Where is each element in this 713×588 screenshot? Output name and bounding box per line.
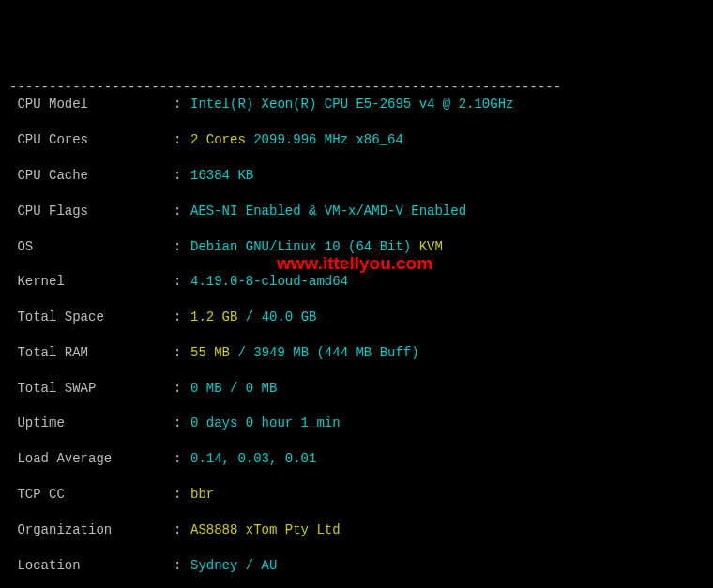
kernel-row: Kernel: 4.19.0-8-cloud-amd64: [9, 273, 704, 291]
colon: :: [174, 344, 190, 362]
load-label: Load Average: [9, 450, 174, 468]
colon: :: [174, 450, 190, 468]
total-ram-row: Total RAM: 55 MB / 3949 MB (444 MB Buff): [9, 344, 704, 362]
total-ram-label: Total RAM: [9, 344, 174, 362]
colon: :: [174, 486, 190, 504]
total-space-label: Total Space: [9, 309, 174, 326]
total-space-sep: /: [237, 309, 261, 324]
os-label: OS: [9, 238, 174, 256]
cpu-cores-row: CPU Cores: 2 Cores 2099.996 MHz x86_64: [9, 131, 704, 149]
tcp-cc-row: TCP CC: bbr: [9, 486, 704, 504]
colon: :: [174, 521, 190, 539]
total-space-used: 1.2 GB: [190, 309, 237, 324]
cpu-cache-value: 16384 KB: [190, 168, 253, 183]
tcp-cc-label: TCP CC: [9, 486, 174, 504]
cpu-cores-label: CPU Cores: [9, 131, 174, 149]
cpu-flags-value: AES-NI Enabled & VM-x/AMD-V Enabled: [190, 204, 466, 219]
colon: :: [174, 273, 190, 291]
colon: :: [174, 557, 190, 575]
cpu-model-value: Intel(R) Xeon(R) CPU E5-2695 v4 @ 2.10GH…: [190, 97, 513, 112]
total-swap-label: Total SWAP: [9, 380, 174, 398]
colon: :: [174, 131, 190, 149]
total-swap-value: 0 MB / 0 MB: [190, 381, 277, 396]
location-row: Location: Sydney / AU: [9, 557, 704, 575]
location-label: Location: [9, 557, 174, 575]
uptime-row: Uptime: 0 days 0 hour 1 min: [9, 415, 704, 432]
cpu-flags-label: CPU Flags: [9, 203, 174, 220]
kernel-value: 4.19.0-8-cloud-amd64: [190, 274, 348, 289]
cpu-model-label: CPU Model: [9, 96, 174, 113]
location-value: Sydney / AU: [190, 558, 277, 573]
total-space-total: 40.0 GB: [262, 309, 317, 324]
cpu-model-row: CPU Model: Intel(R) Xeon(R) CPU E5-2695 …: [9, 96, 704, 113]
kernel-label: Kernel: [9, 273, 174, 291]
colon: :: [174, 309, 190, 326]
cpu-cache-row: CPU Cache: 16384 KB: [9, 167, 704, 185]
cpu-flags-row: CPU Flags: AES-NI Enabled & VM-x/AMD-V E…: [9, 203, 704, 220]
cpu-cores-count: 2 Cores: [190, 132, 246, 147]
total-ram-total: 3949 MB: [253, 345, 309, 360]
org-value: AS8888 xTom Pty Ltd: [190, 522, 341, 537]
total-space-row: Total Space: 1.2 GB / 40.0 GB: [9, 309, 704, 326]
divider-top: ----------------------------------------…: [9, 80, 561, 95]
load-row: Load Average: 0.14, 0.03, 0.01: [9, 450, 704, 468]
total-ram-buff: (444 MB Buff): [316, 345, 418, 360]
colon: :: [174, 380, 190, 398]
org-label: Organization: [9, 521, 174, 539]
total-ram-sep: /: [230, 345, 253, 360]
tcp-cc-value: bbr: [190, 487, 214, 502]
colon: :: [174, 415, 190, 432]
org-row: Organization: AS8888 xTom Pty Ltd: [9, 521, 704, 539]
colon: :: [174, 238, 190, 256]
total-ram-used: 55 MB: [190, 345, 230, 360]
colon: :: [174, 167, 190, 185]
cpu-cores-freq: 2099.996 MHz x86_64: [253, 132, 403, 147]
colon: :: [174, 203, 190, 220]
watermark-text: www.ittellyou.com: [277, 251, 432, 276]
colon: :: [174, 96, 190, 113]
cpu-cache-label: CPU Cache: [9, 167, 174, 185]
total-swap-row: Total SWAP: 0 MB / 0 MB: [9, 380, 704, 398]
uptime-value: 0 days 0 hour 1 min: [190, 415, 341, 430]
uptime-label: Uptime: [9, 415, 174, 432]
load-value: 0.14, 0.03, 0.01: [190, 451, 316, 466]
